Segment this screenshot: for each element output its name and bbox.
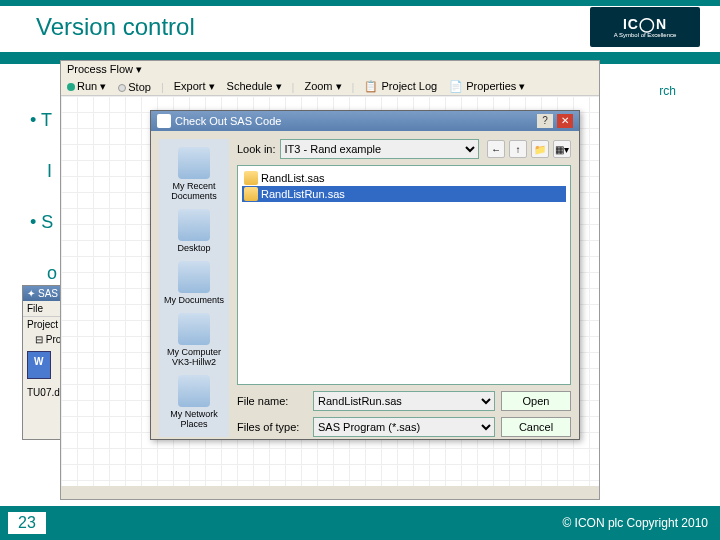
lookin-dropdown[interactable]: IT3 - Rand example	[280, 139, 479, 159]
play-icon	[67, 83, 75, 91]
open-button[interactable]: Open	[501, 391, 571, 411]
slide-footer: 23 © ICON plc Copyright 2010	[0, 506, 720, 540]
separator: |	[161, 81, 164, 93]
place-desktop[interactable]: Desktop	[161, 209, 227, 253]
separator: |	[352, 81, 355, 93]
stop-icon	[118, 84, 126, 92]
sas-file-icon	[244, 187, 258, 201]
check-out-dialog: Check Out SAS Code ? ✕ My Recent Documen…	[150, 110, 580, 440]
filename-field[interactable]: RandListRun.sas	[313, 391, 495, 411]
properties-button[interactable]: 📄 Properties ▾	[447, 80, 527, 93]
places-bar: My Recent Documents Desktop My Documents…	[159, 139, 229, 437]
logo-subtitle: A Symbol of Excellence	[614, 32, 677, 38]
logo-text: IC◯N	[623, 16, 667, 32]
computer-icon	[178, 313, 210, 345]
recent-icon	[178, 147, 210, 179]
slide-title: Version control	[36, 13, 590, 41]
word-doc-icon[interactable]	[27, 351, 51, 379]
place-recent[interactable]: My Recent Documents	[161, 147, 227, 201]
page-number: 23	[8, 512, 46, 534]
file-item[interactable]: RandList.sas	[242, 170, 566, 186]
icon-logo: IC◯N A Symbol of Excellence	[590, 7, 700, 47]
header-fragment: rch	[659, 84, 676, 98]
desktop-icon	[178, 209, 210, 241]
dialog-icon	[157, 114, 171, 128]
run-button[interactable]: Run ▾	[65, 80, 108, 93]
network-icon	[178, 375, 210, 407]
views-button[interactable]: ▦▾	[553, 140, 571, 158]
new-folder-button[interactable]: 📁	[531, 140, 549, 158]
process-flow-toolbar: Run ▾ Stop | Export ▾ Schedule ▾ | Zoom …	[61, 78, 599, 96]
separator: |	[292, 81, 295, 93]
help-button[interactable]: ?	[537, 114, 553, 128]
sas-icon: ✦	[27, 288, 35, 299]
dialog-titlebar: Check Out SAS Code ? ✕	[151, 111, 579, 131]
process-flow-title[interactable]: Process Flow ▾	[61, 61, 599, 78]
slide-bullets: • T I • S o	[30, 110, 57, 314]
file-list[interactable]: RandList.sas RandListRun.sas	[237, 165, 571, 385]
mydocs-icon	[178, 261, 210, 293]
lookin-label: Look in:	[237, 143, 276, 155]
filetype-dropdown[interactable]: SAS Program (*.sas)	[313, 417, 495, 437]
project-log-button[interactable]: 📋 Project Log	[362, 80, 439, 93]
filetype-label: Files of type:	[237, 421, 307, 433]
place-mydocs[interactable]: My Documents	[161, 261, 227, 305]
schedule-button[interactable]: Schedule ▾	[225, 80, 284, 93]
place-mycomputer[interactable]: My Computer VK3-Hillw2	[161, 313, 227, 367]
dialog-title-text: Check Out SAS Code	[175, 115, 281, 127]
place-network[interactable]: My Network Places	[161, 375, 227, 429]
back-button[interactable]: ←	[487, 140, 505, 158]
export-button[interactable]: Export ▾	[172, 80, 217, 93]
up-button[interactable]: ↑	[509, 140, 527, 158]
close-button[interactable]: ✕	[557, 114, 573, 128]
stop-button[interactable]: Stop	[116, 81, 153, 93]
sas-file-icon	[244, 171, 258, 185]
filename-label: File name:	[237, 395, 307, 407]
cancel-button[interactable]: Cancel	[501, 417, 571, 437]
zoom-button[interactable]: Zoom ▾	[302, 80, 343, 93]
copyright: © ICON plc Copyright 2010	[562, 516, 708, 530]
file-item[interactable]: RandListRun.sas	[242, 186, 566, 202]
